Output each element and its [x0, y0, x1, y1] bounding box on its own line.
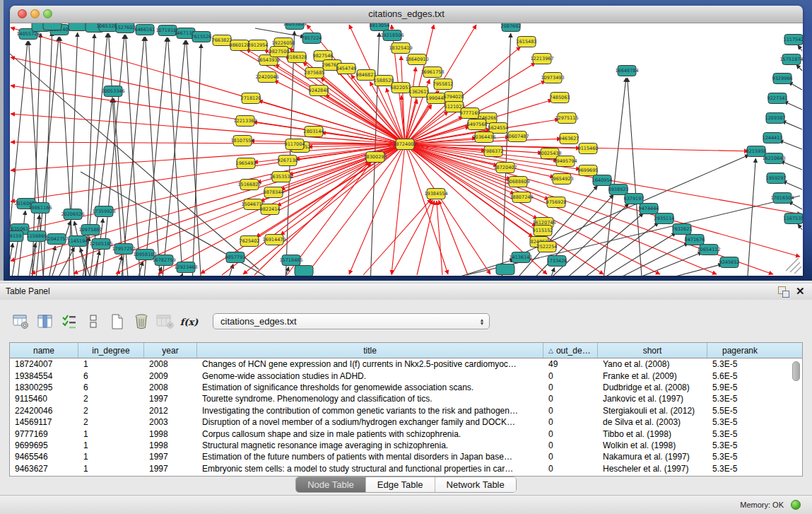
table-row[interactable]: 2242004622012Investigating the contribut… [10, 405, 802, 416]
close-panel-icon[interactable]: ✕ [796, 285, 805, 298]
graph-node[interactable]: 2803144 [304, 127, 324, 137]
table-columns-icon[interactable] [35, 313, 54, 330]
graph-node[interactable]: 18300295 [363, 152, 387, 163]
graph-node[interactable]: 10973493 [541, 73, 564, 83]
graph-node[interactable]: 9777169 [460, 108, 481, 119]
table-row[interactable]: 946362711997Embryonic stem cells: a mode… [10, 463, 802, 474]
table-row[interactable]: 1830029562008Estimation of significance … [10, 382, 802, 393]
table-row[interactable]: 1938455462009Genome-wide association stu… [10, 370, 802, 381]
graph-node[interactable]: 39159 [10, 231, 23, 242]
tab-edge-table[interactable]: Edge Table [366, 477, 435, 492]
graph-node[interactable]: 10688609 [506, 177, 529, 187]
graph-node[interactable]: 15166827 [237, 180, 261, 190]
graph-node[interactable]: 17359928 [92, 206, 115, 217]
graph-node[interactable]: 12923468 [174, 262, 197, 273]
table-row[interactable]: 911546021997Tourette syndrome. Phenomeno… [10, 393, 802, 404]
graph-node[interactable]: 14136141 [509, 252, 532, 263]
graph-node[interactable]: 12213363 [233, 116, 257, 127]
graph-node[interactable]: 22420046 [255, 72, 278, 83]
graph-node[interactable]: 9267130 [278, 156, 298, 166]
table-scrollbar-thumb[interactable] [792, 361, 800, 381]
graph-node[interactable]: 12042757 [45, 234, 68, 245]
graph-node[interactable]: 9115460 [578, 144, 599, 154]
column-header-outde[interactable]: △out_de… [543, 343, 598, 358]
graph-node[interactable]: 9860128 [230, 40, 250, 51]
graph-node[interactable]: 2087682 [501, 23, 522, 32]
graph-node[interactable]: 16914479 [262, 235, 286, 245]
graph-node[interactable]: 16353534 [269, 172, 293, 182]
graph-node[interactable]: 20206526 [61, 209, 84, 220]
graph-node[interactable]: 9756928 [546, 197, 567, 208]
graph-node[interactable]: 19384554 [424, 189, 447, 199]
table-row[interactable]: 977716911998Corpus callosum shape and si… [10, 428, 802, 439]
window-titlebar[interactable]: citations_edges.txt [10, 6, 803, 23]
graph-node[interactable]: 2718120 [241, 93, 261, 104]
resize-grip[interactable] [786, 258, 801, 274]
column-header-year[interactable]: year [144, 343, 197, 358]
table-row[interactable]: 969969511998Structural magnetic resonanc… [10, 440, 802, 451]
graph-node[interactable]: 9117004 [285, 139, 305, 150]
graph-node[interactable]: 2935114 [654, 214, 675, 224]
graph-node[interactable]: 19495794 [553, 156, 577, 167]
graph-node[interactable]: 9878344 [264, 187, 284, 198]
column-header-name[interactable]: name [10, 343, 78, 358]
delete-table-icon[interactable] [131, 313, 151, 330]
graph-node[interactable]: 10975887 [78, 225, 102, 235]
graph-node[interactable]: 19654923 [550, 174, 573, 185]
delete-column-icon[interactable] [155, 313, 175, 330]
graph-node[interactable]: 1209387 [765, 113, 786, 124]
graph-node[interactable]: 9329966 [772, 74, 793, 84]
graph-node[interactable]: 18807249 [510, 192, 533, 203]
table-row[interactable]: 1456911722003Disruption of a novel membe… [10, 416, 802, 428]
tab-network-table[interactable]: Network Table [435, 477, 516, 492]
graph-node[interactable]: 7632621 [672, 224, 693, 235]
graph-node[interactable]: 1156869 [27, 231, 47, 242]
graph-node[interactable]: 19861166 [28, 203, 52, 214]
graph-node[interactable]: 15718485 [279, 255, 302, 266]
graph-node[interactable]: 10654112 [697, 245, 720, 255]
tab-node-table[interactable]: Node Table [296, 477, 366, 492]
memory-status-icon[interactable] [791, 500, 801, 510]
graph-node[interactable]: 16648784 [615, 66, 638, 76]
graph-node[interactable]: 18325419 [389, 43, 412, 54]
graph-node[interactable]: 19218506 [380, 30, 404, 41]
column-header-short[interactable]: short [598, 343, 707, 358]
graph-node[interactable]: 12505185 [89, 239, 112, 250]
graph-node[interactable]: 18640910 [405, 54, 428, 65]
graph-node[interactable] [69, 23, 87, 31]
graph-node[interactable] [43, 23, 61, 30]
graph-node[interactable]: 9474444 [639, 204, 659, 214]
graph-node[interactable]: 9857791 [225, 252, 246, 263]
new-table-icon[interactable] [107, 313, 126, 330]
column-header-title[interactable]: title [197, 343, 543, 358]
column-header-indegree[interactable]: in_degree [78, 343, 144, 358]
graph-node[interactable]: 1527602 [115, 23, 136, 33]
graph-node[interactable]: 9822414 [260, 204, 281, 215]
graph-node[interactable]: 8471676 [685, 235, 705, 245]
graph-node[interactable]: 8938923 [608, 185, 629, 195]
graph-node[interactable]: 20364436 [472, 132, 495, 143]
graph-node[interactable]: 18724007 [393, 139, 416, 150]
row-height-icon[interactable] [83, 313, 102, 330]
graph-node[interactable]: 17016504 [770, 193, 794, 204]
graph-node[interactable]: 9699695 [578, 165, 599, 176]
graph-node[interactable]: 9463627 [559, 134, 579, 144]
graph-node[interactable]: 1640954 [592, 175, 613, 186]
graph-node[interactable]: 1965493 [236, 158, 257, 169]
column-header-pagerank[interactable]: pagerank [707, 343, 772, 358]
graph-node[interactable]: 7625402 [240, 236, 260, 247]
graph-node[interactable]: 2522254 [537, 242, 558, 252]
graph-node[interactable]: 8454749 [336, 64, 357, 74]
graph-node[interactable]: 20053346 [101, 86, 124, 97]
graph-node[interactable]: 1167535 [784, 214, 803, 224]
select-columns-icon[interactable] [59, 313, 78, 330]
graph-node[interactable]: 1244413 [763, 133, 783, 144]
graph-node[interactable]: 9245652 [719, 257, 740, 268]
network-canvas[interactable]: 1405572420891406106532871527602646616110… [10, 23, 803, 276]
graph-node[interactable]: 7986372 [483, 146, 504, 157]
graph-node[interactable]: 1117542 [784, 35, 803, 45]
graph-node[interactable]: 8813054 [370, 23, 390, 31]
graph-node[interactable]: 6794028 [444, 92, 464, 103]
graph-node[interactable]: 9227341 [767, 93, 788, 104]
table-settings-icon[interactable] [11, 313, 30, 330]
